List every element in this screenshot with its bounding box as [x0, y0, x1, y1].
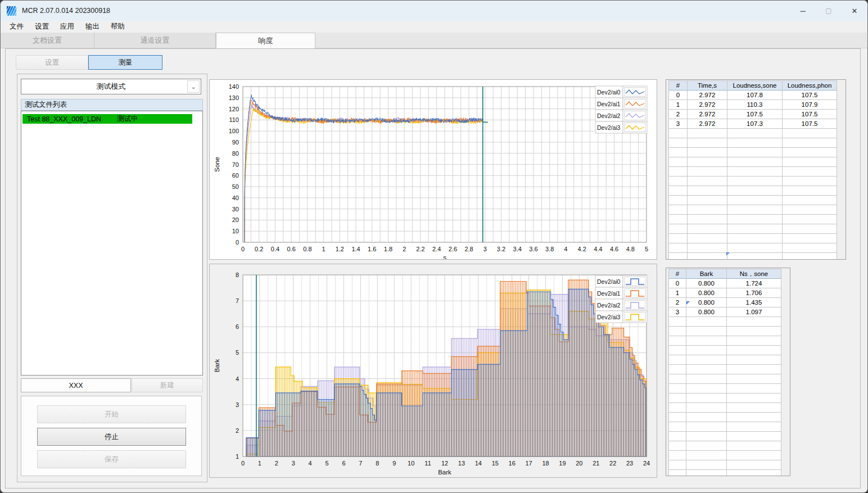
table-row[interactable]: [668, 138, 837, 148]
table-row[interactable]: [668, 327, 781, 336]
svg-text:1.2: 1.2: [336, 246, 344, 252]
chevron-down-icon[interactable]: ⌄: [187, 80, 200, 93]
table-row[interactable]: [668, 129, 837, 138]
table-row[interactable]: [668, 451, 781, 460]
table-row[interactable]: [668, 365, 781, 374]
start-button[interactable]: 开始: [37, 405, 186, 423]
table-row[interactable]: [668, 441, 781, 451]
table-row[interactable]: [668, 432, 781, 441]
table-row[interactable]: [668, 460, 781, 470]
table-row[interactable]: [668, 422, 781, 432]
specific-loudness-chart[interactable]: 1234567801234567891011121314151617181920…: [210, 264, 657, 477]
test-mode-select[interactable]: 测试模式 ⌄: [21, 79, 201, 94]
table-row[interactable]: [668, 215, 837, 224]
test-file-listbox[interactable]: Test 88_XXX_009_LDN 测试中: [21, 111, 203, 376]
table-row[interactable]: 00.8001.724: [668, 279, 781, 288]
table-cell: [783, 243, 837, 253]
bark-table-panel: #BarkNs，sone00.8001.72410.8001.70620.800…: [666, 268, 790, 476]
table-cell: [668, 327, 686, 336]
table-row[interactable]: [668, 374, 781, 384]
svg-text:18: 18: [542, 460, 549, 467]
table-cell: 1.435: [727, 298, 781, 307]
table-row[interactable]: [668, 196, 837, 205]
table-cell: 2.972: [688, 91, 727, 100]
table-cell: 107.3: [727, 119, 783, 129]
menu-item-4[interactable]: 帮助: [107, 21, 129, 33]
table-row[interactable]: [668, 224, 837, 234]
stop-button[interactable]: 停止: [37, 428, 186, 446]
table-cell: [727, 317, 781, 327]
table-cell: [727, 157, 783, 167]
table-cell: [783, 167, 837, 177]
table-cell: [727, 365, 781, 374]
list-item[interactable]: Test 88_XXX_009_LDN 测试中: [22, 114, 192, 124]
table-row[interactable]: [668, 205, 837, 215]
xxx-button[interactable]: XXX: [21, 378, 131, 392]
table-row[interactable]: 32.972107.3107.5: [668, 119, 837, 129]
table-row[interactable]: [668, 336, 781, 346]
table-row[interactable]: [668, 157, 837, 167]
tab-2[interactable]: 响度: [216, 33, 315, 48]
svg-text:3: 3: [292, 460, 295, 467]
table-row[interactable]: [668, 253, 837, 260]
menu-item-1[interactable]: 设置: [31, 21, 53, 33]
loudness-time-chart[interactable]: 010203040506070809010011012013014000.20.…: [210, 80, 657, 259]
table-row[interactable]: [668, 234, 837, 243]
subtab-settings[interactable]: 设置: [16, 55, 88, 70]
table-row[interactable]: [668, 470, 781, 476]
table-row[interactable]: [668, 167, 837, 177]
tab-1[interactable]: 通道设置: [94, 33, 216, 48]
svg-text:2.8: 2.8: [464, 246, 473, 252]
maximize-button[interactable]: ▢: [816, 1, 842, 21]
table-row[interactable]: 02.972107.8107.5: [668, 91, 837, 100]
table-cell: [686, 394, 727, 403]
table-row[interactable]: 22.972107.5107.5: [668, 110, 837, 119]
table-cell: [668, 234, 688, 243]
save-button[interactable]: 保存: [37, 450, 186, 468]
svg-text:60: 60: [232, 172, 239, 179]
table-row[interactable]: [668, 355, 781, 365]
table-cell: [783, 177, 837, 186]
svg-text:1.6: 1.6: [368, 246, 376, 252]
app-window: MCR 2.07.0.014 202300918 ─ ▢ ✕ 文件设置应用输出帮…: [0, 0, 868, 493]
menu-item-0[interactable]: 文件: [6, 21, 28, 33]
table-row[interactable]: 10.8001.706: [668, 288, 781, 298]
new-button[interactable]: 新建: [132, 378, 203, 392]
table-row[interactable]: 30.8001.097: [668, 307, 781, 317]
table-row[interactable]: [668, 413, 781, 422]
table-row[interactable]: [668, 394, 781, 403]
table-cell: [668, 394, 686, 403]
table-cell: [783, 205, 837, 215]
svg-text:8: 8: [236, 272, 239, 278]
file-list-header: 测试文件列表: [21, 99, 203, 111]
minimize-button[interactable]: ─: [790, 1, 816, 21]
tab-0[interactable]: 文档设置: [1, 33, 94, 48]
table-cell: [668, 186, 688, 196]
menu-item-2[interactable]: 应用: [56, 21, 78, 33]
table-row[interactable]: [668, 384, 781, 394]
subtab-measure[interactable]: 测量: [88, 55, 162, 70]
table-cell: [686, 384, 727, 394]
menu-item-3[interactable]: 输出: [82, 21, 103, 33]
table-row[interactable]: [668, 243, 837, 253]
table-row[interactable]: [668, 186, 837, 196]
table-cell: [668, 317, 686, 327]
selection-mark: [686, 301, 689, 304]
table-row[interactable]: [668, 317, 781, 327]
table-row[interactable]: [668, 148, 837, 157]
table-row[interactable]: 12.972110.3107.9: [668, 100, 837, 110]
table-cell: 3: [668, 307, 686, 317]
svg-text:4.8: 4.8: [626, 246, 635, 252]
svg-text:20: 20: [576, 460, 582, 467]
table-cell: 110.3: [727, 100, 783, 110]
svg-text:Dev2/ai0: Dev2/ai0: [597, 278, 621, 285]
svg-text:4: 4: [236, 376, 239, 382]
table-row[interactable]: [668, 177, 837, 186]
close-button[interactable]: ✕: [842, 1, 867, 21]
table-row[interactable]: 20.8001.435: [668, 298, 781, 307]
svg-text:Sone: Sone: [214, 157, 220, 172]
table-row[interactable]: [668, 403, 781, 413]
table-cell: [727, 355, 781, 365]
svg-text:5: 5: [236, 349, 239, 356]
table-row[interactable]: [668, 346, 781, 355]
